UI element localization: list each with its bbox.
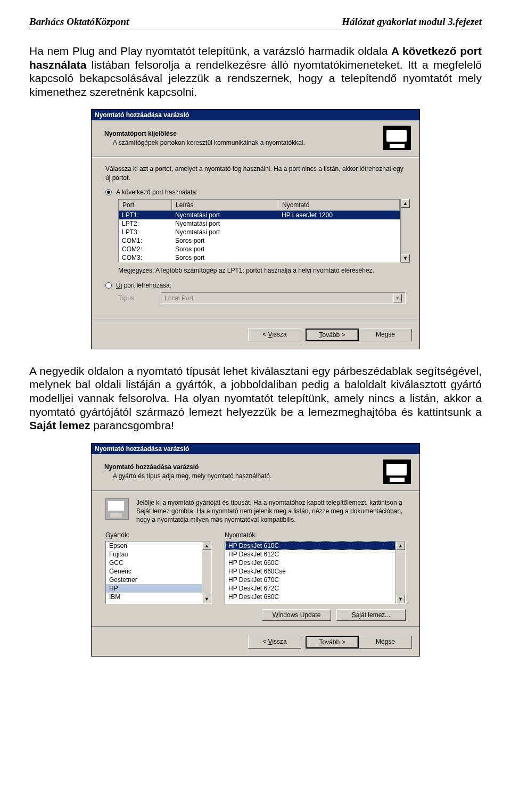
list-item[interactable]: HP DeskJet 672C	[225, 584, 395, 593]
radio-icon	[105, 282, 112, 289]
port-list[interactable]: Port Leírás Nyomtató LPT1:Nyomtatási por…	[118, 199, 410, 263]
makers-label: Gyártók:	[105, 531, 212, 539]
port-cell: LPT3:	[119, 228, 172, 236]
list-item[interactable]: Epson	[106, 542, 202, 550]
port-row[interactable]: LPT2:Nyomtatási port	[119, 219, 400, 228]
col-printer: Nyomtató	[278, 200, 400, 210]
list-item[interactable]: HP DeskJet 660C	[225, 559, 395, 567]
para1-post: listában felsorolja a rendelkezésre álló…	[29, 59, 482, 98]
port-cell: COM1:	[119, 236, 172, 245]
next-button[interactable]: Tovább >	[306, 329, 359, 341]
printer-icon	[383, 460, 411, 484]
dialog2-header: Nyomtató hozzáadása varázsló A gyártó és…	[92, 454, 419, 491]
para2-pre: A negyedik oldalon a nyomtató típusát le…	[29, 365, 482, 418]
separator	[92, 319, 419, 320]
paragraph-2: A negyedik oldalon a nyomtató típusát le…	[29, 364, 482, 432]
dialog2-head-title: Nyomtató hozzáadása varázsló	[104, 463, 378, 471]
back-button[interactable]: < Vissza	[248, 636, 301, 649]
list-item[interactable]: HP DeskJet 670C	[225, 576, 395, 584]
scroll-down-icon[interactable]: ▼	[396, 595, 405, 603]
port-type-row: Típus: Local Port ▼	[118, 292, 406, 304]
dialog2-button-row: < Vissza Tovább > Mégse	[92, 630, 419, 656]
cancel-button[interactable]: Mégse	[359, 329, 412, 341]
dialog1-button-row: < Vissza Tovább > Mégse	[92, 323, 419, 349]
back-button[interactable]: < Vissza	[248, 329, 301, 341]
para1-pre: Ha nem Plug and Play nyomtatót telepítün…	[29, 45, 391, 57]
chevron-down-icon: ▼	[393, 294, 402, 302]
port-cell: Soros port	[172, 253, 278, 262]
dialog1-head-sub: A számítógépek portokon keresztül kommun…	[104, 139, 378, 146]
scroll-up-icon[interactable]: ▲	[401, 199, 410, 208]
port-cell	[278, 236, 400, 245]
list-item[interactable]: Generic	[106, 567, 202, 576]
list-item[interactable]: GCC	[106, 559, 202, 567]
port-list-scrollbar[interactable]: ▲ ▼	[400, 199, 410, 263]
list-item[interactable]: HP DeskJet 680C	[225, 593, 395, 601]
scroll-up-icon[interactable]: ▲	[202, 542, 211, 550]
list-item[interactable]: HP DeskJet 660Cse	[225, 567, 395, 576]
dialog2-message: Jelölje ki a nyomtató gyártóját és típus…	[92, 491, 419, 529]
header-left: Barhács OktatóKözpont	[29, 16, 129, 28]
port-row[interactable]: COM2:Soros port	[119, 245, 400, 253]
port-cell	[278, 228, 400, 236]
printers-label: Nyomtatók:	[225, 531, 406, 539]
port-row[interactable]: LPT3:Nyomtatási port	[119, 228, 400, 236]
scroll-down-icon[interactable]: ▼	[202, 595, 211, 603]
next-button[interactable]: Tovább >	[306, 636, 359, 649]
type-value: Local Port	[164, 294, 193, 302]
paragraph-1: Ha nem Plug and Play nyomtatót telepítün…	[29, 44, 482, 99]
port-cell	[278, 253, 400, 262]
list-item[interactable]: Gestetner	[106, 576, 202, 584]
para2-bold: Saját lemez	[29, 419, 90, 431]
dialog1-note: Megjegyzés: A legtöbb számítógép az LPT1…	[118, 267, 406, 274]
port-cell: LPT2:	[119, 219, 172, 228]
windows-update-button[interactable]: Windows Update	[262, 609, 331, 621]
dialog1-titlebar: Nyomtató hozzáadása varázsló	[92, 110, 419, 120]
list-item[interactable]: IBM	[106, 593, 202, 601]
dialog1-header: Nyomtatóport kijelölése A számítógépek p…	[92, 120, 419, 157]
port-cell: HP LaserJet 1200	[278, 211, 400, 219]
dialog2-head-sub: A gyártó és típus adja meg, mely nyomtat…	[104, 472, 378, 480]
page-header: Barhács OktatóKözpont Hálózat gyakorlat …	[29, 16, 482, 29]
port-cell: Soros port	[172, 245, 278, 253]
port-cell: Nyomtatási port	[172, 228, 278, 236]
add-printer-wizard-port-dialog: Nyomtató hozzáadása varázsló Nyomtatópor…	[91, 109, 420, 349]
printer-icon	[383, 126, 411, 150]
port-cell: COM2:	[119, 245, 172, 253]
dialog2-aux-buttons: Windows Update Saját lemez...	[92, 605, 419, 623]
own-disk-button[interactable]: Saját lemez...	[336, 609, 406, 621]
port-cell: COM3:	[119, 253, 172, 262]
port-cell	[278, 245, 400, 253]
port-cell	[278, 219, 400, 228]
makers-list[interactable]: EpsonFujitsuGCCGenericGestetnerHPIBM ▲ ▼	[105, 541, 212, 604]
makers-scrollbar[interactable]: ▲ ▼	[202, 542, 211, 603]
port-row[interactable]: COM1:Soros port	[119, 236, 400, 245]
list-item[interactable]: HP DeskJet 610C	[225, 542, 395, 550]
add-printer-wizard-model-dialog: Nyomtató hozzáadása varázsló Nyomtató ho…	[91, 443, 420, 657]
radio-new-label: Új port létrehozása:	[116, 282, 171, 289]
dialog2-message-text: Jelölje ki a nyomtató gyártóját és típus…	[136, 498, 406, 524]
cancel-button[interactable]: Mégse	[359, 636, 412, 649]
list-item[interactable]: HP DeskJet 612C	[225, 550, 395, 559]
type-label: Típus:	[118, 294, 161, 302]
para2-post: parancsgombra!	[90, 419, 174, 431]
col-port: Port	[119, 200, 172, 210]
list-item[interactable]: Fujitsu	[106, 550, 202, 559]
radio-use-existing-port[interactable]: A következő port használata:	[105, 188, 406, 196]
port-cell: Nyomtatási port	[172, 211, 278, 219]
port-cell: Soros port	[172, 236, 278, 245]
port-type-combo: Local Port ▼	[161, 292, 406, 304]
dialog1-head-title: Nyomtatóport kijelölése	[104, 130, 378, 137]
scroll-down-icon[interactable]: ▼	[401, 254, 410, 263]
radio-create-new-port[interactable]: Új port létrehozása:	[105, 282, 406, 289]
printers-list[interactable]: HP DeskJet 610CHP DeskJet 612CHP DeskJet…	[225, 541, 406, 604]
col-desc: Leírás	[172, 200, 278, 210]
port-row[interactable]: LPT1:Nyomtatási portHP LaserJet 1200	[119, 211, 400, 219]
printers-scrollbar[interactable]: ▲ ▼	[395, 542, 405, 603]
separator	[92, 626, 419, 627]
dialog1-instruction: Válassza ki azt a portot, amelyet a nyom…	[105, 165, 406, 182]
port-row[interactable]: COM3:Soros port	[119, 253, 400, 262]
list-item[interactable]: HP	[106, 584, 202, 593]
scroll-up-icon[interactable]: ▲	[396, 542, 405, 550]
radio-icon	[105, 189, 112, 195]
